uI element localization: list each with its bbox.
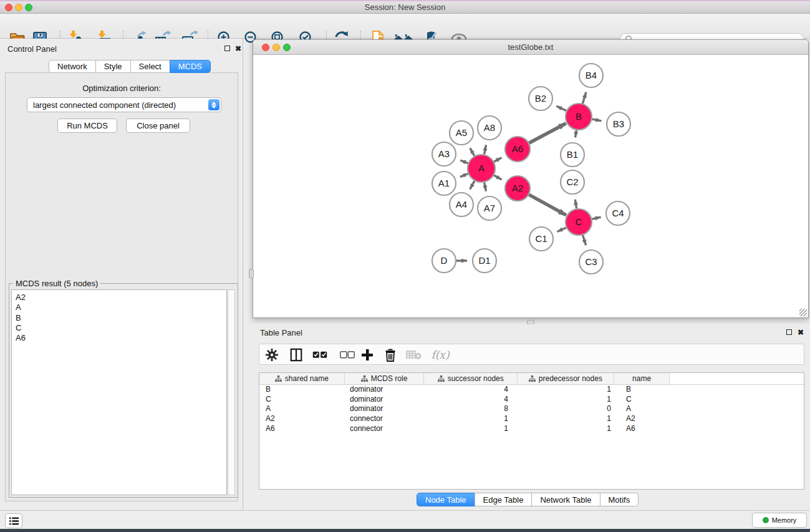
edge-C-C4[interactable]: [592, 217, 600, 219]
table-settings-button[interactable]: [263, 344, 281, 365]
close-table-panel-icon[interactable]: ✖: [798, 329, 804, 336]
node-A3[interactable]: A3: [432, 142, 456, 166]
node-C3[interactable]: C3: [579, 250, 603, 274]
edge-C-C3[interactable]: [583, 235, 586, 245]
node-D1[interactable]: D1: [473, 249, 496, 273]
node-layer: AA1A2A3A4A5A6A7A8BB1B2B3B4CC1C2C3C4DD1: [432, 64, 630, 274]
node-C4[interactable]: C4: [606, 201, 630, 225]
table-row[interactable]: Cdominator41C: [259, 395, 804, 405]
delete-table-button[interactable]: [405, 344, 423, 365]
float-table-panel-icon[interactable]: [786, 329, 792, 336]
control-panel: Control Panel ✖ NetworkStyleSelectMCDS O…: [0, 39, 243, 510]
column-header-MCDS-role[interactable]: MCDS role: [345, 373, 425, 384]
edge-A-A4[interactable]: [470, 181, 475, 189]
close-traffic-light[interactable]: [5, 4, 12, 11]
edge-B-B1[interactable]: [576, 130, 577, 138]
node-B2[interactable]: B2: [529, 87, 552, 110]
delete-column-button[interactable]: [381, 344, 400, 365]
mcds-result-item[interactable]: A2: [16, 293, 226, 302]
network-minimize-traffic-light[interactable]: [272, 44, 280, 51]
table-row[interactable]: A2connector11A2: [259, 414, 804, 424]
tab-network[interactable]: Network: [49, 60, 96, 73]
edge-A-A3[interactable]: [460, 160, 468, 163]
app-titlebar[interactable]: Session: New Session: [0, 1, 810, 14]
node-table[interactable]: shared nameMCDS rolesuccessor nodesprede…: [259, 372, 804, 490]
mcds-result-list[interactable]: A2ABCA6: [11, 289, 227, 495]
network-close-traffic-light[interactable]: [262, 44, 269, 51]
dropdown-value: largest connected component (directed): [33, 100, 176, 110]
memory-button[interactable]: Memory: [752, 513, 807, 528]
tab-network-table[interactable]: Network Table: [531, 493, 600, 506]
float-panel-icon[interactable]: [224, 46, 230, 52]
node-A2[interactable]: A2: [505, 176, 530, 201]
edge-A2-C[interactable]: [529, 195, 566, 215]
deselect-all-button[interactable]: [338, 344, 357, 365]
result-list-scrollbar[interactable]: [228, 289, 235, 495]
column-header-predecessor-nodes[interactable]: predecessor nodes: [518, 373, 614, 384]
node-B1[interactable]: B1: [561, 143, 584, 167]
create-column-button[interactable]: [358, 344, 377, 365]
minimize-traffic-light[interactable]: [15, 4, 22, 11]
tab-mcds[interactable]: MCDS: [170, 60, 211, 73]
node-B4[interactable]: B4: [579, 64, 603, 87]
optimization-dropdown[interactable]: largest connected component (directed): [27, 97, 221, 112]
close-panel-button[interactable]: Close panel: [126, 118, 190, 133]
table-row[interactable]: Bdominator41B: [259, 385, 804, 395]
column-header-successor-nodes[interactable]: successor nodes: [424, 373, 518, 384]
edge-A-A2[interactable]: [494, 175, 501, 180]
node-A4[interactable]: A4: [450, 193, 473, 216]
network-canvas[interactable]: AA1A2A3A4A5A6A7A8BB1B2B3B4CC1C2C3C4DD1: [254, 56, 809, 317]
network-maximize-traffic-light[interactable]: [283, 44, 291, 51]
mcds-result-item[interactable]: A: [16, 302, 226, 312]
edge-B-B2[interactable]: [556, 106, 566, 111]
node-B[interactable]: B: [566, 104, 592, 130]
node-C1[interactable]: C1: [529, 227, 553, 251]
table-cell: connector: [345, 414, 425, 424]
function-builder-button[interactable]: f(x): [428, 344, 453, 365]
node-A6[interactable]: A6: [505, 137, 530, 162]
run-mcds-button[interactable]: Run MCDS: [57, 118, 117, 133]
node-A[interactable]: A: [468, 155, 495, 182]
mcds-result-item[interactable]: A6: [16, 333, 226, 343]
mcds-result-item[interactable]: C: [16, 323, 226, 333]
node-C2[interactable]: C2: [561, 170, 584, 194]
edge-C-C2[interactable]: [575, 200, 576, 209]
tab-motifs[interactable]: Motifs: [600, 493, 639, 506]
network-window-titlebar[interactable]: testGlobe.txt: [253, 40, 808, 55]
show-columns-button[interactable]: [287, 344, 306, 365]
close-panel-icon[interactable]: ✖: [235, 46, 241, 52]
edge-A-A6[interactable]: [494, 158, 501, 162]
edge-A-A5[interactable]: [470, 148, 475, 156]
node-A1[interactable]: A1: [432, 172, 456, 195]
column-header-name[interactable]: name: [614, 373, 670, 384]
edge-A-A8[interactable]: [485, 145, 486, 154]
desktop-vertical-scrollbar[interactable]: [249, 269, 254, 278]
node-D[interactable]: D: [432, 249, 456, 273]
tab-node-table[interactable]: Node Table: [417, 493, 475, 506]
edge-A-A7[interactable]: [485, 183, 486, 191]
select-all-button[interactable]: [311, 344, 329, 365]
tab-select[interactable]: Select: [130, 60, 170, 73]
maximize-traffic-light[interactable]: [25, 4, 32, 11]
edge-A-A1[interactable]: [460, 174, 468, 177]
tab-edge-table[interactable]: Edge Table: [475, 493, 533, 506]
node-A8[interactable]: A8: [478, 116, 501, 140]
edge-B-B3[interactable]: [592, 119, 602, 121]
svg-text:A1: A1: [438, 178, 450, 188]
edge-B-B4[interactable]: [582, 92, 586, 104]
node-A7[interactable]: A7: [478, 196, 501, 220]
column-header-shared-name[interactable]: shared name: [259, 373, 345, 384]
node-C[interactable]: C: [566, 209, 592, 235]
tab-style[interactable]: Style: [95, 60, 131, 73]
network-view-window[interactable]: testGlobe.txt AA1A2A3A4A5A6A7A8BB1B2B3B4…: [253, 39, 809, 318]
node-A5[interactable]: A5: [450, 121, 473, 145]
table-row[interactable]: Adominator80A: [259, 404, 804, 414]
edge-A6-B[interactable]: [529, 123, 566, 143]
task-history-button[interactable]: [5, 513, 22, 528]
table-cell: A6: [259, 424, 345, 434]
mcds-result-item[interactable]: B: [16, 313, 226, 323]
edge-C-C1[interactable]: [557, 228, 566, 231]
window-resize-grip[interactable]: [799, 309, 807, 316]
table-row[interactable]: A6connector11A6: [259, 424, 804, 434]
node-B3[interactable]: B3: [607, 112, 630, 136]
